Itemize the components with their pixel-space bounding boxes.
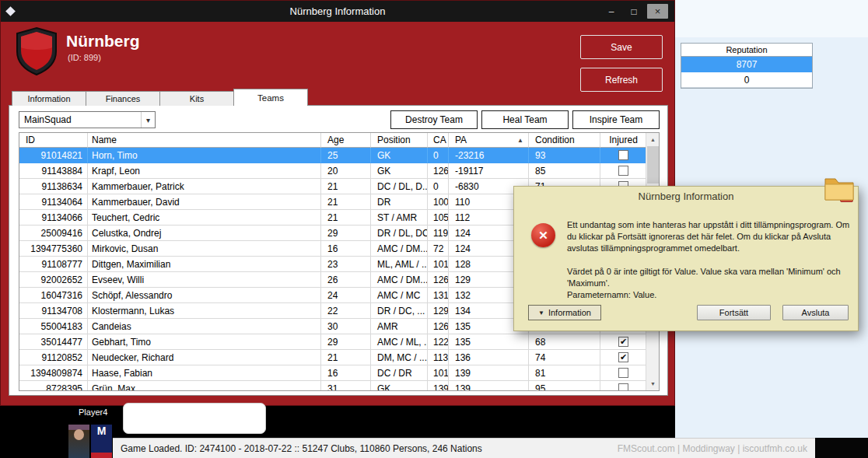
injured-checkbox[interactable] <box>618 337 628 347</box>
reputation-rows: 87070 <box>681 57 812 88</box>
tab-teams[interactable]: Teams <box>233 89 308 106</box>
injured-checkbox[interactable] <box>618 150 628 160</box>
cell-position: AMC / ML, ... <box>371 334 428 350</box>
destroy-team-button[interactable]: Destroy Team <box>390 110 478 129</box>
cell-pa: 136 <box>449 350 529 365</box>
cell-age: 22 <box>321 303 371 319</box>
cell-injured <box>600 334 647 350</box>
maximize-button[interactable]: □ <box>625 4 643 19</box>
scroll-down-icon[interactable] <box>646 377 660 390</box>
cell-ca: 100 <box>428 194 449 210</box>
cell-name: Horn, Timo <box>88 148 321 163</box>
column-header-label: Age <box>327 135 344 145</box>
minimize-button[interactable]: – <box>602 4 621 19</box>
cell-ca: 129 <box>428 303 449 319</box>
column-header-label: Position <box>377 135 411 145</box>
cell-age: 26 <box>321 272 371 288</box>
cell-injured <box>600 148 647 163</box>
cell-injured <box>600 365 647 381</box>
cell-ca: 131 <box>428 288 449 303</box>
tab-kits[interactable]: Kits <box>159 91 234 106</box>
cell-ca: 105 <box>428 210 449 226</box>
column-header-name[interactable]: Name <box>88 133 321 148</box>
injured-checkbox[interactable] <box>618 352 628 362</box>
save-button[interactable]: Save <box>580 35 663 59</box>
cell-age: 16 <box>321 365 371 381</box>
table-row[interactable]: 8728395Grün, Max31GK13913995 <box>19 381 647 391</box>
column-header-condition[interactable]: Condition <box>529 133 600 148</box>
cell-name: Krapf, Leon <box>88 163 321 179</box>
cell-age: 24 <box>321 288 371 303</box>
close-button[interactable]: × <box>647 4 668 19</box>
table-row[interactable]: 1394809874Haase, Fabian16DC / DR10113981 <box>19 365 647 381</box>
dialog-message-line: 'Maximum'. <box>567 278 856 289</box>
dialog-message-line: Värdet på 0 är inte giltigt för Value. V… <box>567 266 856 278</box>
column-header-injured[interactable]: Injured <box>600 133 647 148</box>
tab-information[interactable]: Information <box>12 91 86 106</box>
cell-name: Haase, Fabian <box>88 365 321 381</box>
reputation-column-header[interactable]: Reputation <box>681 44 812 57</box>
table-row[interactable]: 91120852Neudecker, Richard21DM, MC / ...… <box>19 350 647 365</box>
chevron-down-icon <box>141 112 155 128</box>
cell-condition: 68 <box>529 334 600 350</box>
cell-position: ML, AML / ... <box>371 257 428 272</box>
reputation-grid: Reputation 87070 <box>681 43 813 89</box>
side-panel-top <box>675 0 868 37</box>
cell-pa: -23216 <box>449 148 529 163</box>
tab-finances[interactable]: Finances <box>86 91 160 106</box>
column-header-pa[interactable]: PA▲ <box>449 133 529 148</box>
cell-position: DR / DC, ... <box>371 303 428 319</box>
reputation-row[interactable]: 8707 <box>681 57 812 72</box>
reputation-row[interactable]: 0 <box>681 72 812 88</box>
cell-ca: 126 <box>428 272 449 288</box>
information-details-label: Information <box>548 308 591 317</box>
cell-id: 25009416 <box>19 226 88 241</box>
continue-button[interactable]: Fortsätt <box>697 305 771 320</box>
column-header-age[interactable]: Age <box>321 133 371 148</box>
cell-name: Schöpf, Alessandro <box>88 288 321 303</box>
column-header-position[interactable]: Position <box>371 133 428 148</box>
status-bar: Game Loaded. ID: 2474100 - 2018-07-22 ::… <box>113 438 815 458</box>
cell-pa: 139 <box>449 365 529 381</box>
injured-checkbox[interactable] <box>618 383 628 391</box>
cell-name: Kammerbauer, David <box>88 194 321 210</box>
squad-selector-value: MainSquad <box>19 114 141 125</box>
injured-checkbox[interactable] <box>618 368 628 378</box>
inspire-team-button[interactable]: Inspire Team <box>572 110 660 129</box>
folder-icon[interactable] <box>824 175 855 205</box>
cell-name: Celustka, Ondrej <box>88 226 321 241</box>
heal-team-button[interactable]: Heal Team <box>481 110 569 129</box>
cell-age: 21 <box>321 350 371 365</box>
column-header-ca[interactable]: CA <box>428 133 449 148</box>
table-row[interactable]: 91014821Horn, Timo25GK0-2321693 <box>19 148 647 163</box>
injured-checkbox[interactable] <box>618 166 628 176</box>
moddingway-logo[interactable]: M <box>91 425 112 458</box>
dialog-message-line <box>567 254 856 266</box>
column-header-id[interactable]: ID <box>19 133 88 148</box>
scroll-up-icon[interactable] <box>646 133 660 146</box>
refresh-button[interactable]: Refresh <box>580 68 663 92</box>
search-input[interactable] <box>123 403 266 434</box>
exit-button[interactable]: Avsluta <box>782 305 849 320</box>
cell-injured <box>600 381 647 391</box>
scrollbar-thumb[interactable] <box>647 146 659 184</box>
cell-name: Kammerbauer, Patrick <box>88 179 321 194</box>
error-dialog: Nürnberg Information × Ett undantag som … <box>513 186 859 331</box>
cell-name: Teuchert, Cedric <box>88 210 321 226</box>
error-dialog-message: Ett undantag som inte hanteras har uppst… <box>567 219 856 301</box>
cell-position: DC / DR <box>371 365 428 381</box>
cell-position: DR / DL, DC <box>371 226 428 241</box>
information-details-button[interactable]: ▼ Information <box>528 305 601 320</box>
cell-position: AMC / DM... <box>371 272 428 288</box>
table-row[interactable]: 91143884Krapf, Leon20GK126-1911785 <box>19 163 647 179</box>
cell-age: 29 <box>321 334 371 350</box>
squad-selector-dropdown[interactable]: MainSquad <box>19 111 156 128</box>
cell-id: 1394809874 <box>19 365 88 381</box>
table-row[interactable]: 35014477Gebhart, Timo29AMC / ML, ...1221… <box>19 334 647 350</box>
sort-ascending-icon: ▲ <box>517 137 523 144</box>
player-photo-thumbnail[interactable] <box>68 425 89 458</box>
cell-id: 91120852 <box>19 350 88 365</box>
cell-id: 91134708 <box>19 303 88 319</box>
cell-age: 29 <box>321 226 371 241</box>
cell-position: ST / AMR <box>371 210 428 226</box>
